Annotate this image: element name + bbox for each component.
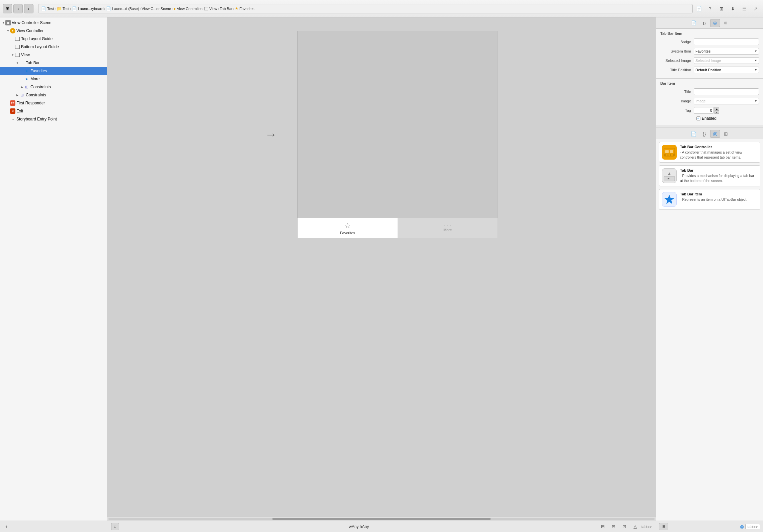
tab-size[interactable]: ⊞ bbox=[721, 19, 731, 27]
more-star-icon: ★ bbox=[24, 76, 29, 82]
canvas-resolve-btn[interactable]: △ bbox=[631, 523, 640, 530]
tree-item-tab-bar[interactable]: … Tab Bar bbox=[0, 59, 107, 67]
bar-tag-label: Tag bbox=[660, 108, 694, 112]
breadcrumb-item-tabbar[interactable]: Tab Bar bbox=[220, 7, 233, 11]
library-icon-btn[interactable]: ⊞ bbox=[717, 4, 726, 13]
tab-bar-label: Tab Bar bbox=[26, 61, 39, 65]
breadcrumb-item-view[interactable]: View bbox=[204, 7, 217, 11]
bar-item-title: Bar Item bbox=[660, 81, 759, 85]
rp-tabbar-badge[interactable]: tabbar bbox=[745, 524, 760, 529]
help-icon-btn[interactable]: ? bbox=[705, 4, 715, 13]
lib-tab-4[interactable]: ⊞ bbox=[721, 130, 731, 138]
tag-stepper-down[interactable]: ▼ bbox=[714, 110, 719, 114]
scrollbar-track bbox=[108, 518, 655, 520]
tab-bar-item-desc-body: - Represents an item on a UITabBar objec… bbox=[680, 197, 757, 202]
share-icon-btn[interactable]: ↗ bbox=[751, 4, 760, 13]
breadcrumb-item-vc[interactable]: ● View Controller bbox=[174, 7, 202, 11]
canvas-pin-btn[interactable]: ⊡ bbox=[620, 523, 629, 530]
lib-tab-2[interactable]: {} bbox=[699, 130, 709, 138]
add-btn[interactable]: + bbox=[3, 523, 10, 530]
tree-item-storyboard-entry[interactable]: → Storyboard Entry Point bbox=[0, 115, 107, 123]
bar-image-select[interactable]: Image ▼ bbox=[694, 98, 759, 104]
system-item-arrow: ▼ bbox=[754, 50, 757, 53]
breadcrumb-item-4[interactable]: 📄 Launc...d (Base) bbox=[106, 6, 139, 11]
bar-title-row: Title bbox=[660, 88, 759, 95]
canvas-bottom-right: ⊞ ⊟ ⊡ △ tabbar bbox=[599, 523, 652, 530]
tab-file[interactable]: 📄 bbox=[689, 19, 699, 27]
tabbar-item-more[interactable]: • • • More bbox=[398, 218, 498, 238]
view-label: View bbox=[21, 53, 30, 57]
tree-item-vc[interactable]: ● View Controller bbox=[0, 27, 107, 35]
tree-item-vc-scene[interactable]: ▣ View Controller Scene bbox=[0, 19, 107, 27]
scrollbar-thumb[interactable] bbox=[272, 518, 491, 520]
triangle-constraints-tab[interactable] bbox=[20, 85, 24, 89]
lib-tab-1[interactable]: 📄 bbox=[689, 130, 699, 138]
canvas-align-btn[interactable]: ⊟ bbox=[609, 523, 618, 530]
canvas-scrollbar[interactable] bbox=[107, 517, 656, 521]
breadcrumb-item-5[interactable]: View C...er Scene bbox=[142, 7, 171, 11]
svg-point-2 bbox=[666, 154, 668, 156]
breadcrumb-item-2[interactable]: 📁 Test bbox=[57, 6, 69, 11]
section-separator bbox=[656, 125, 763, 128]
system-item-select[interactable]: Favorites ▼ bbox=[694, 48, 759, 55]
tree-item-constraints-tab[interactable]: ⊞ Constraints bbox=[0, 83, 107, 91]
tab-bar-item-title: Tab Bar Item bbox=[660, 31, 759, 35]
badge-input[interactable] bbox=[694, 38, 759, 45]
rp-bottom-right: ◎ tabbar bbox=[740, 524, 760, 529]
tree-item-view[interactable]: View bbox=[0, 51, 107, 59]
triangle-view[interactable] bbox=[11, 53, 15, 57]
tree-item-exit[interactable]: ✕ Exit bbox=[0, 107, 107, 115]
tree-item-first-responder[interactable]: FR First Responder bbox=[0, 99, 107, 107]
enabled-checkbox[interactable]: ✓ bbox=[696, 116, 700, 120]
file-icon-btn[interactable]: 📄 bbox=[694, 4, 703, 13]
breadcrumb-item-1[interactable]: 📄 Test bbox=[41, 6, 54, 11]
triangle-vc[interactable] bbox=[6, 29, 10, 33]
svg-point-3 bbox=[668, 154, 670, 156]
tree-item-constraints-view[interactable]: ⊞ Constraints bbox=[0, 91, 107, 99]
rp-grid-btn[interactable]: ⊞ bbox=[659, 523, 668, 530]
breadcrumb-item-favorites[interactable]: ★ Favorites bbox=[235, 6, 254, 11]
triangle-constraints-view[interactable] bbox=[15, 93, 19, 97]
triangle-vc-scene[interactable] bbox=[1, 21, 5, 25]
tab-quick-help[interactable]: {} bbox=[699, 19, 709, 27]
tree-item-favorites[interactable]: ★ Favorites bbox=[0, 67, 107, 75]
constraints-view-icon: ⊞ bbox=[19, 92, 25, 98]
bar-image-label: Image bbox=[660, 99, 694, 103]
triangle-tab-bar[interactable] bbox=[15, 61, 19, 65]
forward-btn[interactable]: › bbox=[24, 4, 33, 13]
tabbar-item-favorites[interactable]: ☆ Favorites bbox=[298, 218, 398, 238]
svg-rect-6 bbox=[670, 150, 673, 153]
bar-tag-input[interactable]: 0 bbox=[694, 107, 714, 114]
inspector-icon-btn[interactable]: ☰ bbox=[740, 4, 749, 13]
desc-card-tab-bar-item: Tab Bar Item - Represents an item on a U… bbox=[659, 189, 760, 210]
entry-arrow-icon: → bbox=[10, 116, 15, 122]
entry-point-arrow: → bbox=[265, 127, 277, 142]
back-btn[interactable]: ‹ bbox=[13, 4, 23, 13]
breadcrumb: 📄 Test › 📁 Test › 📄 Launc...ryboard › 📄 … bbox=[38, 4, 693, 13]
tag-stepper: ▲ ▼ bbox=[714, 107, 719, 114]
rp-circle-icon: ◎ bbox=[740, 524, 744, 529]
breadcrumb-item-3[interactable]: 📄 Launc...ryboard bbox=[72, 6, 103, 11]
bar-title-input[interactable] bbox=[694, 88, 759, 95]
canvas-scroll[interactable]: → ☆ Favorites • • • More bbox=[107, 17, 656, 517]
canvas-grid-btn[interactable]: ⊞ bbox=[599, 523, 607, 530]
tab-attributes[interactable]: ◎ bbox=[710, 19, 720, 27]
grid-icon-btn[interactable]: ⊞ bbox=[3, 4, 12, 13]
title-position-select[interactable]: Default Position ▼ bbox=[694, 67, 759, 73]
tab-bar-icon-desc: ★ ··· bbox=[662, 168, 677, 183]
lib-tab-3[interactable]: ◎ bbox=[710, 130, 720, 138]
tag-stepper-up[interactable]: ▲ bbox=[714, 107, 719, 110]
download-icon-btn[interactable]: ⬇ bbox=[728, 4, 738, 13]
selected-image-select[interactable]: Selected Image ▼ bbox=[694, 57, 759, 64]
tree-item-more[interactable]: ★ More bbox=[0, 75, 107, 83]
storyboard-scene: → ☆ Favorites • • • More bbox=[265, 31, 498, 238]
tree-item-top-layout[interactable]: Top Layout Guide bbox=[0, 35, 107, 43]
desc-card-tab-bar: ★ ··· Tab Bar - Provides a mechanism for… bbox=[659, 165, 760, 186]
tab-bar-icon: … bbox=[19, 60, 25, 66]
selected-image-placeholder: Selected Image bbox=[695, 59, 721, 63]
more-label: More bbox=[30, 77, 39, 81]
tree-item-bottom-layout[interactable]: Bottom Layout Guide bbox=[0, 43, 107, 51]
canvas-layout-toggle[interactable]: □ bbox=[111, 523, 119, 530]
ios-simulator: ☆ Favorites • • • More bbox=[297, 31, 498, 238]
svg-rect-5 bbox=[665, 150, 669, 153]
